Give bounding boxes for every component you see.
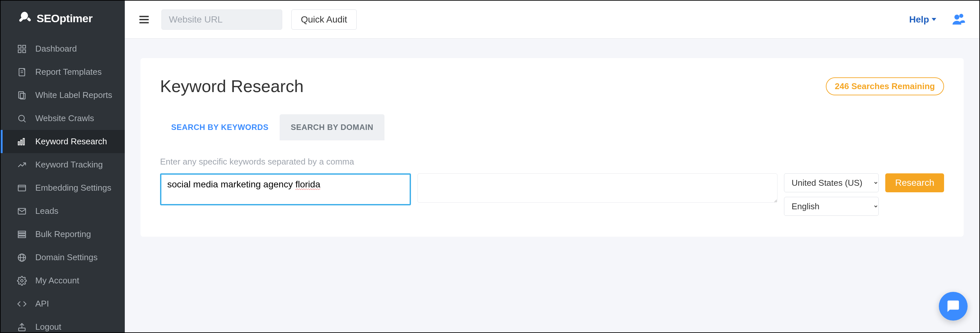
logo[interactable]: SEOptimer [1, 1, 125, 37]
whitelabel-icon [17, 90, 27, 100]
sidebar-item-label: Report Templates [35, 67, 102, 77]
svg-rect-9 [18, 142, 20, 145]
page-title: Keyword Research [160, 76, 304, 96]
sidebar-item-report[interactable]: Report Templates [1, 60, 125, 84]
svg-point-7 [19, 115, 24, 121]
sidebar-item-label: Logout [35, 322, 61, 332]
country-select[interactable]: United States (US) [784, 173, 879, 192]
sidebar-item-label: Domain Settings [35, 252, 98, 262]
quick-audit-button[interactable]: Quick Audit [291, 10, 357, 30]
embed-icon [17, 183, 27, 193]
sidebar-item-label: Keyword Tracking [35, 160, 103, 170]
tabs: SEARCH BY KEYWORDSSEARCH BY DOMAIN [160, 114, 944, 140]
leads-icon [17, 206, 27, 216]
hamburger-icon [138, 13, 150, 26]
sidebar-item-bulk[interactable]: Bulk Reporting [1, 223, 125, 246]
help-label: Help [909, 14, 929, 25]
content: Keyword Research 246 Searches Remaining … [125, 38, 979, 256]
sidebar-item-whitelabel[interactable]: White Label Reports [1, 84, 125, 107]
searches-remaining-badge: 246 Searches Remaining [826, 78, 944, 95]
main: Quick Audit Help Keyword Research 246 Se… [125, 1, 979, 332]
sidebar-item-label: White Label Reports [35, 90, 112, 100]
svg-rect-3 [23, 50, 26, 52]
research-button[interactable]: Research [885, 173, 944, 192]
sidebar-item-tracking[interactable]: Keyword Tracking [1, 153, 125, 176]
sidebar-item-keyword[interactable]: Keyword Research [1, 130, 125, 153]
menu-toggle-button[interactable] [138, 13, 150, 26]
chat-icon [947, 300, 960, 313]
svg-rect-12 [18, 185, 26, 191]
sidebar-item-label: Keyword Research [35, 136, 107, 147]
nav-list: DashboardReport TemplatesWhite Label Rep… [1, 37, 125, 333]
sidebar-item-label: Embedding Settings [35, 183, 111, 193]
dashboard-icon [17, 44, 27, 54]
website-url-input[interactable] [161, 10, 282, 30]
chat-fab[interactable] [939, 292, 967, 320]
sidebar-item-label: Leads [35, 206, 59, 216]
sidebar-item-label: Website Crawls [35, 113, 94, 124]
sidebar-item-embed[interactable]: Embedding Settings [1, 176, 125, 200]
svg-rect-15 [18, 231, 26, 233]
caret-down-icon [932, 18, 936, 21]
svg-line-8 [24, 120, 25, 122]
keywords-textarea-overflow[interactable] [417, 173, 778, 203]
sidebar-item-logout[interactable]: Logout [1, 316, 125, 333]
domain-icon [17, 253, 27, 262]
svg-point-27 [959, 14, 963, 17]
logo-text: SEOptimer [37, 12, 92, 25]
sidebar-item-dashboard[interactable]: Dashboard [1, 37, 125, 60]
svg-rect-22 [19, 328, 25, 331]
topbar: Quick Audit Help [125, 1, 979, 38]
svg-rect-5 [19, 91, 24, 98]
help-dropdown[interactable]: Help [909, 14, 936, 25]
sidebar-item-crawl[interactable]: Website Crawls [1, 107, 125, 130]
svg-rect-2 [18, 50, 21, 52]
svg-rect-11 [23, 138, 24, 145]
users-button[interactable] [951, 12, 966, 27]
crawl-icon [17, 114, 27, 124]
keyword-icon [17, 137, 27, 147]
sidebar-item-label: API [35, 299, 49, 309]
svg-rect-0 [18, 45, 21, 48]
report-icon [17, 67, 27, 77]
logout-icon [17, 322, 27, 332]
keywords-input[interactable]: social media marketing agency florida [161, 174, 410, 204]
svg-rect-1 [23, 45, 26, 48]
form-row: social media marketing agency florida Un… [160, 173, 944, 216]
language-select[interactable]: English [784, 197, 879, 216]
card: Keyword Research 246 Searches Remaining … [140, 58, 964, 237]
sidebar-item-domain[interactable]: Domain Settings [1, 246, 125, 269]
keywords-input-wrap: social media marketing agency florida [160, 173, 411, 205]
tab-search-by-domain[interactable]: SEARCH BY DOMAIN [280, 114, 385, 140]
api-icon [17, 299, 27, 309]
sidebar: SEOptimer DashboardReport TemplatesWhite… [1, 1, 125, 332]
svg-rect-10 [21, 140, 22, 145]
svg-point-21 [21, 279, 23, 282]
sidebar-item-leads[interactable]: Leads [1, 200, 125, 223]
svg-point-26 [955, 14, 959, 19]
tab-search-by-keywords[interactable]: SEARCH BY KEYWORDS [160, 114, 280, 140]
sidebar-item-label: Dashboard [35, 44, 77, 54]
input-hint: Enter any specific keywords separated by… [160, 157, 944, 167]
svg-rect-16 [18, 233, 26, 235]
account-icon [17, 276, 27, 285]
sidebar-item-label: My Account [35, 276, 79, 285]
sidebar-item-label: Bulk Reporting [35, 229, 91, 239]
bulk-icon [17, 230, 27, 239]
tracking-icon [17, 160, 27, 170]
logo-icon [17, 10, 33, 26]
users-icon [951, 12, 966, 27]
sidebar-item-account[interactable]: My Account [1, 269, 125, 292]
sidebar-item-api[interactable]: API [1, 292, 125, 316]
svg-rect-17 [18, 236, 26, 238]
